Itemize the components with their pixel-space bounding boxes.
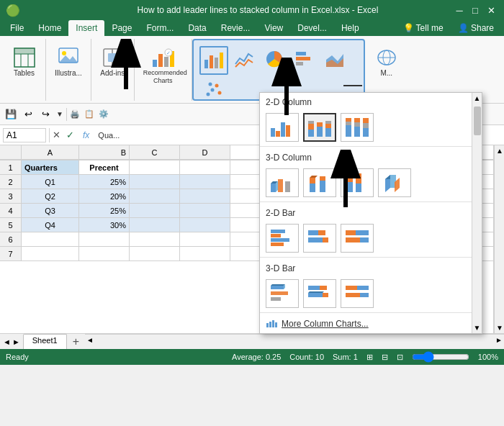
cell-b4[interactable]: 25%: [79, 204, 130, 218]
horizontal-scrollbar[interactable]: ◄ ►: [85, 334, 504, 344]
view-page-break-icon[interactable]: ⊡: [397, 353, 403, 362]
tab-developer[interactable]: Devel...: [290, 20, 334, 36]
window-controls[interactable]: ─ □ ✕: [452, 3, 498, 17]
minimize-button[interactable]: ─: [452, 3, 467, 17]
scroll-htrack[interactable]: [95, 335, 494, 344]
tab-insert[interactable]: Insert: [68, 20, 104, 36]
clustered-column-chart[interactable]: [266, 113, 299, 142]
illustrations-button[interactable]: Illustra...: [52, 45, 85, 79]
cell-c1[interactable]: [130, 160, 180, 175]
addins-button[interactable]: Add-ins: [97, 45, 127, 79]
area-chart-button[interactable]: [320, 46, 349, 72]
view-normal-icon[interactable]: ⊞: [366, 353, 373, 362]
tab-view[interactable]: View: [257, 20, 290, 36]
sheet-tab-sheet1[interactable]: Sheet1: [23, 334, 67, 349]
3d-stacked-bar-chart[interactable]: [303, 279, 336, 308]
pie-chart-button[interactable]: [260, 46, 289, 72]
close-button[interactable]: ✕: [484, 3, 498, 17]
scroll-down-arrow[interactable]: ▼: [495, 322, 504, 333]
cell-c5[interactable]: [130, 218, 180, 232]
bar-chart-button[interactable]: [290, 46, 319, 72]
3d-clustered-column-chart[interactable]: [266, 168, 299, 197]
cell-c3[interactable]: [130, 189, 180, 204]
3d-column-chart[interactable]: [378, 168, 411, 197]
cell-d4[interactable]: [180, 204, 230, 218]
tab-scroll-left[interactable]: ◄: [3, 337, 11, 346]
cell-b1[interactable]: Precent: [79, 160, 130, 175]
cell-a5[interactable]: Q4: [22, 218, 79, 232]
cell-a7[interactable]: [22, 247, 79, 261]
3d-100pct-stacked-bar-chart[interactable]: [341, 279, 374, 308]
scroll-track[interactable]: [495, 156, 504, 322]
scatter-chart-button[interactable]: [199, 76, 228, 102]
cell-a1[interactable]: Quarters: [22, 160, 79, 175]
3d-100pct-column-chart[interactable]: [341, 168, 374, 197]
cell-b3[interactable]: 20%: [79, 189, 130, 204]
cell-c7[interactable]: [130, 247, 180, 261]
cell-a4[interactable]: Q3: [22, 204, 79, 218]
col-header-a[interactable]: A: [22, 145, 79, 160]
scroll-left-arrow[interactable]: ◄: [85, 335, 95, 344]
cell-d3[interactable]: [180, 189, 230, 204]
cell-c6[interactable]: [130, 232, 180, 247]
save-button[interactable]: 💾: [3, 106, 19, 122]
maximize-button[interactable]: □: [468, 3, 482, 17]
dropdown-scroll-down[interactable]: ▼: [472, 322, 482, 333]
100pct-stacked-bar-chart[interactable]: [341, 224, 374, 253]
cell-c2[interactable]: [130, 175, 180, 189]
line-chart-button[interactable]: [230, 46, 258, 72]
zoom-slider[interactable]: [412, 351, 469, 363]
cell-b5[interactable]: 30%: [79, 218, 130, 232]
name-box[interactable]: A1: [3, 128, 46, 142]
view-layout-icon[interactable]: ⊟: [382, 353, 388, 362]
cell-a3[interactable]: Q2: [22, 189, 79, 204]
recommended-charts-button[interactable]: ✓ RecommendedCharts: [140, 45, 186, 86]
undo-button[interactable]: ↩: [20, 106, 36, 122]
tab-home[interactable]: Home: [31, 20, 68, 36]
formula-cancel[interactable]: ✕: [53, 130, 60, 140]
stacked-bar-chart[interactable]: [303, 224, 336, 253]
svg-rect-87: [271, 286, 284, 289]
stacked-column-chart[interactable]: [303, 113, 336, 142]
tab-data[interactable]: Data: [181, 20, 213, 36]
cell-c4[interactable]: [130, 204, 180, 218]
tables-button[interactable]: Tables: [10, 45, 39, 79]
more-column-charts-link[interactable]: More Column Charts...: [260, 314, 482, 333]
tab-page[interactable]: Page: [104, 20, 139, 36]
share-btn[interactable]: 👤 Share: [451, 20, 501, 36]
scroll-up-arrow[interactable]: ▲: [495, 145, 504, 156]
cell-d2[interactable]: [180, 175, 230, 189]
tab-file[interactable]: File: [3, 20, 31, 36]
cell-a6[interactable]: [22, 232, 79, 247]
formula-confirm[interactable]: ✓: [66, 130, 74, 140]
col-header-d[interactable]: D: [180, 145, 230, 160]
col-header-c[interactable]: C: [130, 145, 180, 160]
dropdown-scroll-thumb[interactable]: [474, 106, 481, 135]
dropdown-scroll-up[interactable]: ▲: [472, 93, 482, 104]
100pct-stacked-column-chart[interactable]: [341, 113, 374, 142]
cell-d5[interactable]: [180, 218, 230, 232]
more-charts-ribbon-btn[interactable]: M...: [372, 45, 401, 79]
clustered-bar-chart[interactable]: [266, 224, 299, 253]
col-header-b[interactable]: B: [79, 145, 130, 160]
3d-stacked-column-chart[interactable]: [303, 168, 336, 197]
add-sheet-button[interactable]: +: [67, 334, 85, 349]
tab-help[interactable]: Help: [334, 20, 366, 36]
cell-a2[interactable]: Q1: [22, 175, 79, 189]
cell-d7[interactable]: [180, 247, 230, 261]
tab-scroll-right[interactable]: ►: [12, 337, 20, 346]
tab-formulas[interactable]: Form...: [139, 20, 181, 36]
cell-b2[interactable]: 25%: [79, 175, 130, 189]
redo-button[interactable]: ↪: [37, 106, 53, 122]
tell-me[interactable]: 💡 Tell me: [396, 20, 451, 36]
scroll-right-arrow[interactable]: ►: [494, 335, 504, 344]
cell-b7[interactable]: [79, 247, 130, 261]
cell-b6[interactable]: [79, 232, 130, 247]
cell-d6[interactable]: [180, 232, 230, 247]
tab-review[interactable]: Revie...: [214, 20, 258, 36]
vertical-scrollbar[interactable]: ▲ ▼: [494, 145, 504, 333]
column-chart-button[interactable]: [199, 46, 228, 75]
cell-d1[interactable]: [180, 160, 230, 175]
3d-clustered-bar-chart[interactable]: [266, 279, 299, 308]
dropdown-scrollbar[interactable]: ▲ ▼: [472, 93, 482, 333]
